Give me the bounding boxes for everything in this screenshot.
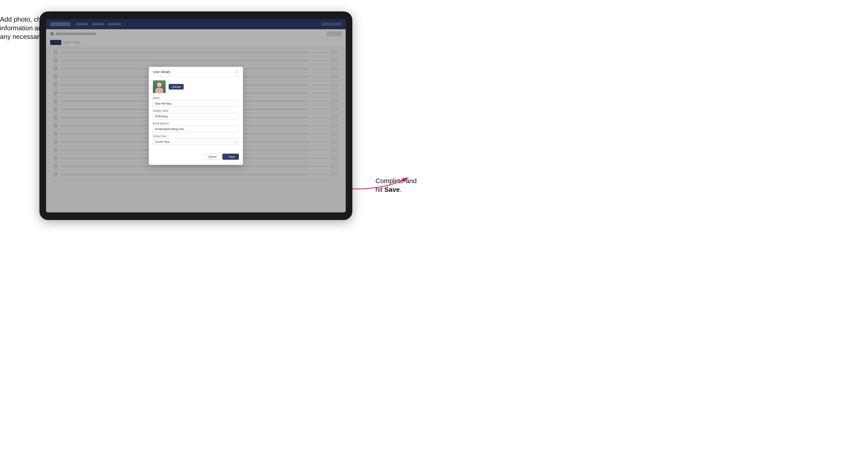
email-input[interactable] xyxy=(153,126,239,132)
email-label: Email address xyxy=(153,122,239,125)
save-button-label: Save xyxy=(229,155,235,158)
name-field-group: Name xyxy=(153,97,239,107)
select-clear-icon[interactable]: × xyxy=(233,140,234,143)
display-name-label: Display name xyxy=(153,110,239,112)
save-icon: ↑ xyxy=(226,155,227,158)
annotation-right-line1: Complete and xyxy=(375,177,417,185)
annotation-right: Complete and hit Save. xyxy=(375,177,431,194)
photo-person-silhouette xyxy=(153,81,165,93)
user-photo xyxy=(153,81,165,93)
select-controls: × ▾ xyxy=(233,140,237,143)
modal-overlay: User details × Upload xyxy=(46,19,346,212)
display-name-input[interactable] xyxy=(153,113,239,120)
cancel-button[interactable]: Cancel xyxy=(204,154,220,160)
modal-footer: Cancel ↑ Save xyxy=(149,154,243,160)
modal-title: User details xyxy=(153,70,170,74)
annotation-right-line2: hit Save. xyxy=(375,186,402,193)
school-year-value: Fourth Year xyxy=(155,140,170,143)
email-field-group: Email address xyxy=(153,122,239,132)
display-name-field-group: Display name xyxy=(153,110,239,120)
tablet-frame: User details × Upload xyxy=(39,11,352,220)
close-button[interactable]: × xyxy=(235,70,239,74)
name-label: Name xyxy=(153,97,239,99)
school-year-label: School Year xyxy=(153,135,239,137)
user-details-modal: User details × Upload xyxy=(149,67,243,165)
school-year-select[interactable]: Fourth Year × ▾ xyxy=(153,138,239,145)
tablet-screen: User details × Upload xyxy=(46,19,346,212)
upload-button[interactable]: Upload xyxy=(169,84,184,90)
main-content: User details × Upload xyxy=(46,46,346,212)
school-year-field-group: School Year Fourth Year × ▾ xyxy=(153,135,239,145)
name-input[interactable] xyxy=(153,100,239,107)
modal-body: Upload Name Display name xyxy=(149,77,243,151)
chevron-down-icon: ▾ xyxy=(235,141,237,143)
save-button[interactable]: ↑ Save xyxy=(222,154,239,160)
photo-row: Upload xyxy=(153,81,239,93)
modal-header: User details × xyxy=(149,67,243,77)
